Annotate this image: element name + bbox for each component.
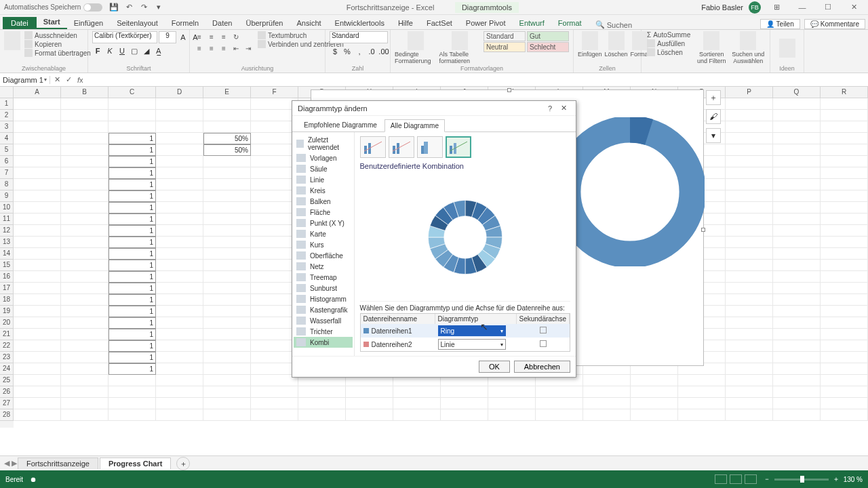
cell-B17[interactable] xyxy=(61,283,108,294)
category-oberflche[interactable]: Oberfläche xyxy=(294,250,353,261)
comma-icon[interactable]: , xyxy=(354,46,365,57)
cell-R6[interactable] xyxy=(821,156,868,167)
cell-P15[interactable] xyxy=(726,260,773,271)
category-zuletztverwendet[interactable]: Zuletzt verwendet xyxy=(294,135,353,152)
cell-P17[interactable] xyxy=(726,283,773,294)
cell-Q3[interactable] xyxy=(773,121,821,133)
cell-B11[interactable] xyxy=(61,214,108,225)
cell-R24[interactable] xyxy=(821,363,868,375)
cell-B1[interactable] xyxy=(61,98,108,110)
row-header-3[interactable]: 3 xyxy=(0,121,14,133)
cell-E13[interactable] xyxy=(203,237,251,248)
cell-B16[interactable] xyxy=(61,271,108,283)
cell-N25[interactable] xyxy=(631,375,678,386)
cell-F26[interactable] xyxy=(251,386,298,398)
row-header-10[interactable]: 10 xyxy=(0,202,14,214)
cell-R5[interactable] xyxy=(821,144,868,156)
cell-D11[interactable] xyxy=(156,214,203,225)
cell-C2[interactable] xyxy=(108,110,156,121)
cell-D6[interactable] xyxy=(156,156,203,167)
row-header-28[interactable]: 28 xyxy=(0,409,14,421)
cell-A2[interactable] xyxy=(14,110,61,121)
cell-P5[interactable] xyxy=(726,144,773,156)
cell-A21[interactable] xyxy=(14,329,61,340)
view-normal-icon[interactable] xyxy=(715,474,727,484)
cell-D26[interactable] xyxy=(156,386,203,398)
align-bot-icon[interactable]: ≡ xyxy=(218,31,229,42)
bold-icon[interactable]: F xyxy=(92,45,103,56)
cell-E16[interactable] xyxy=(203,271,251,283)
cell-M26[interactable] xyxy=(583,386,631,398)
cell-D8[interactable] xyxy=(156,179,203,190)
cell-Q25[interactable] xyxy=(773,375,821,386)
cell-E19[interactable] xyxy=(203,306,251,317)
cell-P25[interactable] xyxy=(726,375,773,386)
name-box[interactable]: Diagramm 1▾ xyxy=(0,76,50,84)
format-table-button[interactable] xyxy=(452,31,468,50)
find-select-button[interactable] xyxy=(740,31,756,50)
tab-recommended-charts[interactable]: Empfohlene Diagramme xyxy=(298,119,383,131)
cell-D14[interactable] xyxy=(156,248,203,260)
ideas-button[interactable] xyxy=(779,39,795,58)
col-header-P[interactable]: P xyxy=(726,87,773,98)
cell-P10[interactable] xyxy=(726,202,773,214)
cell-style-gut[interactable]: Gut xyxy=(527,31,569,41)
category-sunburst[interactable]: Sunburst xyxy=(294,283,353,293)
cell-A23[interactable] xyxy=(14,352,61,363)
cell-D4[interactable] xyxy=(156,133,203,144)
cell-P7[interactable] xyxy=(726,167,773,179)
search-label[interactable]: Suchen xyxy=(607,21,632,29)
cell-G27[interactable] xyxy=(298,398,346,409)
cell-R28[interactable] xyxy=(821,409,868,421)
copy-button[interactable]: Kopieren xyxy=(23,40,92,48)
tab-data[interactable]: Daten xyxy=(205,17,239,29)
cell-B3[interactable] xyxy=(61,121,108,133)
tab-formulas[interactable]: Formeln xyxy=(165,17,205,29)
cell-Q8[interactable] xyxy=(773,179,821,190)
cell-P9[interactable] xyxy=(726,190,773,202)
cell-O27[interactable] xyxy=(678,398,726,409)
cell-D17[interactable] xyxy=(156,283,203,294)
cell-B19[interactable] xyxy=(61,306,108,317)
cell-H27[interactable] xyxy=(346,398,393,409)
cell-B10[interactable] xyxy=(61,202,108,214)
cell-Q1[interactable] xyxy=(773,98,821,110)
cell-A22[interactable] xyxy=(14,340,61,352)
underline-icon[interactable]: U xyxy=(117,45,127,56)
cell-E9[interactable] xyxy=(203,190,251,202)
cell-A17[interactable] xyxy=(14,283,61,294)
tab-review[interactable]: Überprüfen xyxy=(239,17,290,29)
autosave-toggle[interactable] xyxy=(83,3,102,12)
category-linie[interactable]: Linie xyxy=(294,174,353,185)
add-sheet-button[interactable]: ＋ xyxy=(176,457,190,470)
fill-color-icon[interactable]: ◢ xyxy=(141,45,152,56)
cell-R21[interactable] xyxy=(821,329,868,340)
cell-P2[interactable] xyxy=(726,110,773,121)
cell-R13[interactable] xyxy=(821,237,868,248)
cell-P21[interactable] xyxy=(726,329,773,340)
align-left-icon[interactable]: ≡ xyxy=(194,43,205,54)
cell-R16[interactable] xyxy=(821,271,868,283)
close-icon[interactable]: ✕ xyxy=(844,3,864,12)
row-header-19[interactable]: 19 xyxy=(0,306,14,317)
row-header-11[interactable]: 11 xyxy=(0,214,14,225)
cell-Q20[interactable] xyxy=(773,317,821,329)
tab-factset[interactable]: FactSet xyxy=(420,17,459,29)
cell-E24[interactable] xyxy=(203,363,251,375)
maximize-icon[interactable]: ☐ xyxy=(818,3,838,12)
cell-E21[interactable] xyxy=(203,329,251,340)
cell-A3[interactable] xyxy=(14,121,61,133)
cell-R9[interactable] xyxy=(821,190,868,202)
cell-E22[interactable] xyxy=(203,340,251,352)
cell-K27[interactable] xyxy=(488,398,536,409)
cell-D21[interactable] xyxy=(156,329,203,340)
series1-type-select[interactable]: Ring▾ xyxy=(438,325,506,336)
cell-D23[interactable] xyxy=(156,352,203,363)
cell-C27[interactable] xyxy=(108,398,156,409)
cell-D12[interactable] xyxy=(156,225,203,237)
cell-P12[interactable] xyxy=(726,225,773,237)
delete-cells-button[interactable] xyxy=(608,31,625,50)
cell-A20[interactable] xyxy=(14,317,61,329)
series1-sec-axis-checkbox[interactable] xyxy=(540,327,547,333)
cell-K28[interactable] xyxy=(488,409,536,421)
